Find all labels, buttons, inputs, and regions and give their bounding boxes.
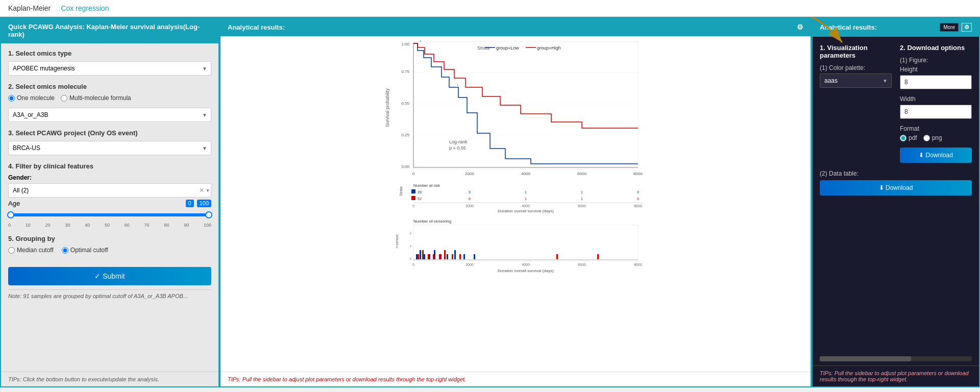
left-panel-body: 1. Select omics type APOBEC mutagenesis … [1, 43, 218, 372]
settings-icon[interactable]: ⚙ [962, 23, 972, 32]
svg-rect-74 [597, 254, 599, 259]
svg-text:0: 0 [412, 263, 414, 266]
expand-gender-icon[interactable]: ▾ [206, 187, 209, 194]
age-slider-track [8, 210, 211, 219]
grouping-title: 5. Grouping by [8, 235, 211, 242]
svg-rect-0 [413, 41, 638, 169]
optimal-cutoff-label[interactable]: Optimal cutoff [62, 247, 108, 254]
svg-text:0.25: 0.25 [401, 133, 409, 137]
median-cutoff-radio[interactable] [8, 247, 15, 254]
palette-select[interactable]: aaas npg jco lancet [820, 74, 892, 88]
svg-text:0.75: 0.75 [401, 69, 409, 74]
age-title: Age [8, 200, 20, 207]
pdf-format-label[interactable]: pdf [900, 134, 917, 141]
svg-text:2000: 2000 [465, 263, 474, 266]
one-molecule-radio[interactable] [8, 95, 15, 102]
svg-text:1: 1 [525, 197, 527, 201]
svg-text:Strata: Strata [477, 45, 489, 51]
submit-button[interactable]: ✓ Submit [8, 267, 211, 285]
right-panel-scrollbar[interactable] [820, 356, 972, 361]
svg-text:1: 1 [410, 244, 412, 248]
svg-text:4000: 4000 [522, 204, 530, 208]
svg-text:Number of censoring: Number of censoring [413, 219, 451, 224]
svg-text:2: 2 [410, 232, 412, 235]
svg-rect-67 [428, 254, 429, 259]
right-panel: Analytical results: More ⚙ 1. Visualizat… [812, 17, 980, 387]
svg-rect-69 [439, 254, 440, 259]
clear-gender-icon[interactable]: ✕ [199, 187, 204, 194]
svg-rect-73 [556, 254, 558, 259]
width-input[interactable] [900, 105, 972, 119]
format-options: pdf png [900, 134, 972, 141]
svg-rect-63 [463, 254, 465, 259]
molecule-select-wrapper: A3A_or_A3B APOBEC3A APOBEC3B [8, 108, 211, 122]
pdf-radio[interactable] [900, 135, 906, 141]
right-panel-body: 1. Visualization parameters (1) Color pa… [813, 37, 979, 356]
svg-text:6000: 6000 [578, 263, 586, 266]
png-format-label[interactable]: png [923, 134, 942, 141]
svg-text:+: + [420, 39, 422, 42]
svg-rect-70 [444, 250, 446, 259]
optimal-cutoff-radio[interactable] [62, 247, 68, 254]
svg-text:0: 0 [412, 172, 415, 176]
svg-text:+: + [457, 83, 459, 86]
svg-rect-68 [433, 254, 434, 259]
more-button-right[interactable]: More [940, 23, 959, 32]
gender-select[interactable]: All (2) Male Female [8, 183, 211, 198]
top-navigation: Kaplan-Meier Cox regression [0, 0, 980, 17]
svg-rect-55 [416, 254, 418, 259]
svg-text:Log-rank: Log-rank [449, 139, 468, 144]
svg-text:Strata: Strata [399, 186, 403, 196]
width-label: Width [900, 95, 972, 103]
svg-text:3: 3 [469, 190, 471, 194]
download-section-title: 2. Download options [900, 44, 972, 52]
svg-text:0: 0 [412, 204, 414, 208]
data-table-download-section: (2) Data table: ⬇ Download [820, 170, 972, 195]
svg-text:0.50: 0.50 [401, 101, 409, 106]
svg-text:8000: 8000 [633, 172, 643, 176]
median-cutoff-label[interactable]: Median cutoff [8, 247, 54, 254]
svg-rect-29 [411, 189, 415, 193]
svg-rect-71 [452, 254, 453, 259]
one-molecule-label[interactable]: One molecule [8, 94, 55, 102]
project-title: 3. Select PCAWG project (Only OS event) [8, 129, 211, 137]
project-select-wrapper: BRCA-US PACA-AU LIRI-JP [8, 141, 211, 155]
svg-rect-56 [420, 250, 421, 259]
height-input[interactable] [900, 75, 972, 89]
svg-text:4000: 4000 [521, 172, 530, 176]
svg-rect-61 [447, 254, 448, 259]
download-figure-button[interactable]: ⬇ Download [900, 148, 972, 163]
omics-molecule-title: 2. Select omics molecule [8, 83, 211, 90]
color-palette-group: (1) Color palette: aaas npg jco lancet [820, 64, 892, 88]
nav-kaplan-meier[interactable]: Kaplan-Meier [8, 4, 51, 12]
age-min-badge: 0 [186, 200, 194, 207]
svg-rect-62 [454, 250, 456, 259]
svg-text:group=Low: group=Low [496, 45, 519, 51]
omics-type-select[interactable]: APOBEC mutagenesis Gene expression Mutat… [8, 61, 211, 76]
format-label: Format [900, 125, 972, 132]
gender-select-wrapper: All (2) Male Female ✕ ▾ [8, 183, 211, 198]
svg-text:n.censor: n.censor [395, 234, 399, 248]
svg-rect-72 [459, 254, 461, 259]
multi-molecule-radio[interactable] [61, 95, 67, 102]
omics-type-select-wrapper: APOBEC mutagenesis Gene expression Mutat… [8, 61, 211, 76]
left-panel-footer: TIPs: Click the bottom button to execute… [1, 372, 218, 386]
svg-rect-64 [474, 254, 475, 259]
svg-text:0: 0 [637, 190, 639, 194]
nav-cox-regression[interactable]: Cox regression [61, 4, 109, 12]
molecule-select[interactable]: A3A_or_A3B APOBEC3A APOBEC3B [8, 108, 211, 122]
project-section: 3. Select PCAWG project (Only OS event) … [8, 129, 211, 155]
svg-text:Number at risk: Number at risk [413, 183, 440, 188]
svg-text:6: 6 [469, 197, 471, 201]
png-radio[interactable] [923, 135, 930, 141]
multi-molecule-label[interactable]: Multi-molecule formula [61, 94, 131, 102]
annotation-arrow [771, 17, 852, 63]
middle-panel-footer: TIPs: Pull the sidebar to adjust plot pa… [220, 372, 811, 386]
download-table-button[interactable]: ⬇ Download [820, 180, 972, 195]
project-select[interactable]: BRCA-US PACA-AU LIRI-JP [8, 141, 211, 155]
left-panel-header: Quick PCAWG Analysis: Kaplan-Meier survi… [1, 18, 218, 43]
middle-panel-header: Analytical results: ⚙ [220, 18, 811, 36]
svg-text:2000: 2000 [465, 204, 474, 208]
omics-type-title: 1. Select omics type [8, 50, 211, 57]
middle-header-title: Analytical results: [228, 23, 285, 31]
